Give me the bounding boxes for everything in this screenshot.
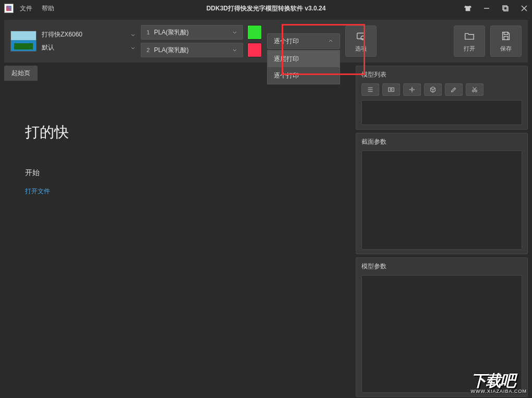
section-params-panel: 截面参数: [356, 133, 528, 254]
gear-icon: [355, 30, 367, 42]
print-mode-select[interactable]: 逐个打印: [267, 33, 340, 49]
print-mode-label: 逐个打印: [274, 37, 299, 46]
material-index: 1: [147, 29, 150, 35]
options-button[interactable]: 选项: [345, 26, 377, 57]
maximize-icon[interactable]: [502, 5, 509, 12]
list-view-button[interactable]: [361, 83, 379, 96]
window-title: DDK3D打得快发光字模型转换软件 v3.0.24: [207, 4, 326, 13]
section-params-box: [361, 151, 522, 250]
menu-help[interactable]: 帮助: [42, 4, 54, 13]
save-label: 保存: [500, 45, 512, 53]
material-select-2[interactable]: 2 PLA(聚乳酸): [141, 43, 243, 57]
svg-rect-12: [389, 88, 394, 92]
tshirt-icon[interactable]: [464, 5, 471, 12]
options-label: 选项: [355, 45, 367, 53]
material-name: PLA(聚乳酸): [154, 28, 189, 37]
model-list-panel: 模型列表: [356, 66, 528, 130]
camera-button[interactable]: [382, 83, 400, 96]
svg-rect-8: [504, 36, 507, 39]
chevron-down-icon: [232, 47, 237, 53]
dropdown-item-layer[interactable]: 逐层打印: [268, 51, 340, 67]
start-section-label: 开始: [25, 168, 332, 178]
svg-point-20: [475, 90, 477, 92]
svg-rect-1: [503, 6, 507, 10]
page-title: 打的快: [25, 122, 332, 142]
open-file-link[interactable]: 打开文件: [25, 187, 332, 196]
save-button[interactable]: 保存: [490, 26, 522, 57]
svg-rect-2: [504, 7, 508, 11]
cut-button[interactable]: [466, 83, 483, 96]
open-label: 打开: [464, 45, 475, 53]
material-color-1[interactable]: [247, 25, 262, 40]
chevron-down-icon: [232, 30, 237, 35]
model-list-box: [361, 100, 522, 125]
printer-preset-label: 默认: [42, 43, 54, 52]
watermark-url: WWW.XIAZAIBA.COM: [471, 389, 527, 394]
menu-file[interactable]: 文件: [20, 4, 32, 13]
material-select-1[interactable]: 1 PLA(聚乳酸): [141, 25, 243, 40]
cube-button[interactable]: [424, 83, 442, 96]
start-page-content: 打的快 开始 打开文件: [4, 81, 353, 397]
center-button[interactable]: [403, 83, 421, 96]
minimize-icon[interactable]: [483, 5, 490, 12]
material-index: 2: [147, 47, 150, 53]
chevron-up-icon: [328, 39, 333, 44]
edit-button[interactable]: [445, 83, 463, 96]
print-mode-dropdown: 逐层打印 逐个打印: [267, 50, 340, 84]
svg-point-19: [473, 90, 475, 92]
printer-thumbnail: [10, 31, 37, 52]
svg-point-13: [390, 89, 392, 91]
material-color-2[interactable]: [247, 43, 262, 57]
material-name: PLA(聚乳酸): [154, 46, 189, 55]
watermark: 下载吧 WWW.XIAZAIBA.COM: [471, 370, 527, 394]
folder-icon: [464, 30, 475, 42]
section-params-title: 截面参数: [361, 138, 522, 146]
tab-start[interactable]: 起始页: [4, 66, 38, 81]
app-icon: [4, 4, 14, 13]
chevron-down-icon: [130, 32, 136, 38]
model-list-title: 模型列表: [361, 70, 522, 79]
close-icon[interactable]: [521, 5, 528, 12]
printer-preset-select[interactable]: 默认: [42, 43, 136, 52]
chevron-down-icon: [130, 45, 136, 51]
dropdown-item-individual[interactable]: 逐个打印: [268, 67, 340, 84]
svg-rect-7: [504, 32, 507, 34]
open-button[interactable]: 打开: [454, 26, 485, 57]
printer-model-label: 打得快ZX6060: [42, 30, 82, 39]
save-icon: [500, 30, 512, 42]
svg-point-6: [361, 36, 365, 40]
svg-point-14: [411, 89, 413, 91]
printer-selector: 打得快ZX6060 默认: [10, 30, 136, 52]
printer-model-select[interactable]: 打得快ZX6060: [42, 30, 136, 39]
model-params-title: 模型参数: [361, 262, 522, 271]
